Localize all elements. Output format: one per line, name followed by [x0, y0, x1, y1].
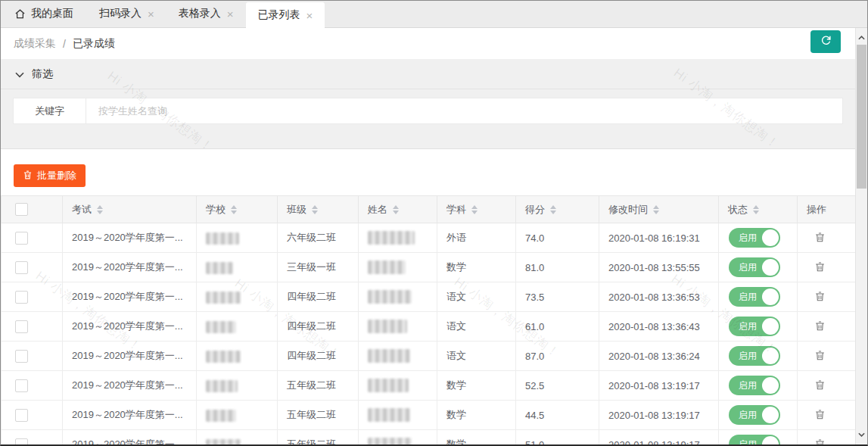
score-cell: 81.0 — [516, 253, 599, 282]
filter-title: 筛选 — [32, 67, 53, 81]
sort-carets-icon[interactable] — [393, 205, 399, 214]
tab-home[interactable]: 我的桌面 — [1, 0, 87, 27]
keyword-input[interactable] — [86, 98, 842, 123]
keyword-filter-row: 关键字 — [13, 98, 843, 124]
exam-cell: 2019～2020学年度第一... — [63, 253, 197, 282]
row-checkbox[interactable] — [15, 379, 28, 392]
column-header-status[interactable]: 状态 — [719, 196, 798, 223]
name-cell — [359, 401, 437, 430]
status-toggle[interactable]: 启用 — [729, 405, 780, 425]
column-header-label: 学科 — [446, 203, 466, 217]
table-row: 2019～2020学年度第一...四年级二班语文73.52020-01-08 1… — [2, 282, 856, 312]
sort-carets-icon[interactable] — [653, 205, 659, 214]
status-toggle-label: 启用 — [739, 409, 757, 422]
toggle-knob — [762, 318, 779, 335]
op-cell — [798, 312, 856, 342]
redacted-name-text — [368, 379, 409, 392]
redacted-name-text — [368, 438, 412, 444]
breadcrumb-parent[interactable]: 成绩采集 — [14, 37, 56, 51]
table-row: 2019～2020学年度第一...四年级二班语文61.02020-01-08 1… — [2, 312, 856, 342]
delete-row-button[interactable] — [813, 319, 827, 333]
status-toggle[interactable]: 启用 — [729, 435, 780, 444]
delete-row-button[interactable] — [813, 407, 827, 422]
delete-row-button[interactable] — [813, 260, 827, 274]
delete-row-button[interactable] — [813, 230, 827, 245]
exam-cell: 2019～2020学年度第一... — [63, 342, 197, 371]
redacted-name-text — [368, 231, 415, 245]
column-header-subject[interactable]: 学科 — [437, 196, 516, 223]
breadcrumb-separator: / — [63, 38, 66, 50]
tab-label: 表格录入 — [179, 7, 221, 20]
tab-scan-entry[interactable]: 扫码录入 × — [87, 0, 166, 27]
tab-close-icon[interactable]: × — [227, 8, 234, 20]
scrollbar-thumb[interactable] — [857, 45, 866, 189]
row-checkbox[interactable] — [15, 438, 28, 445]
delete-row-button[interactable] — [813, 378, 827, 392]
status-toggle[interactable]: 启用 — [729, 317, 780, 336]
op-cell — [798, 371, 856, 401]
row-checkbox[interactable] — [15, 409, 28, 422]
row-checkbox[interactable] — [15, 291, 28, 304]
row-checkbox[interactable] — [15, 261, 28, 274]
class-cell: 五年级二班 — [278, 430, 359, 445]
redacted-school-text — [206, 380, 238, 392]
redacted-school-text — [206, 232, 239, 245]
column-header-label: 班级 — [287, 203, 306, 217]
sort-carets-icon[interactable] — [753, 205, 759, 214]
select-all-checkbox[interactable] — [15, 203, 28, 216]
row-checkbox[interactable] — [15, 232, 28, 245]
column-header-label: 学校 — [206, 203, 226, 217]
tab-table-entry[interactable]: 表格录入 × — [166, 0, 246, 27]
keyword-label: 关键字 — [14, 98, 86, 123]
name-cell — [359, 342, 437, 371]
column-header-name[interactable]: 姓名 — [359, 196, 437, 223]
column-header-score[interactable]: 得分 — [516, 196, 599, 223]
row-checkbox[interactable] — [15, 320, 28, 333]
sort-carets-icon[interactable] — [97, 205, 103, 214]
column-header-class[interactable]: 班级 — [278, 196, 359, 223]
trash-icon — [814, 350, 826, 361]
tab-recorded-list[interactable]: 已录列表 × — [246, 2, 325, 28]
status-toggle[interactable]: 启用 — [729, 228, 780, 248]
tab-close-icon[interactable]: × — [148, 8, 154, 20]
batch-delete-label: 批量删除 — [37, 169, 76, 182]
delete-row-button[interactable] — [813, 437, 827, 444]
sort-carets-icon[interactable] — [550, 205, 556, 214]
status-toggle[interactable]: 启用 — [729, 257, 780, 277]
content-area: 批量删除 考试学校班级姓名学科得分修改时间状态操作 2019～2020学年度第一… — [1, 149, 855, 444]
check-cell — [2, 253, 63, 282]
sort-carets-icon[interactable] — [312, 205, 318, 214]
exam-cell: 2019～2020学年度第一... — [63, 312, 197, 342]
scroll-down-arrow-icon[interactable] — [856, 429, 867, 441]
toggle-knob — [762, 436, 779, 444]
status-toggle[interactable]: 启用 — [729, 346, 780, 366]
redacted-name-text — [368, 320, 407, 333]
delete-row-button[interactable] — [813, 348, 827, 363]
status-toggle[interactable]: 启用 — [729, 376, 780, 395]
column-header-modified[interactable]: 修改时间 — [599, 196, 719, 223]
status-toggle[interactable]: 启用 — [729, 287, 780, 307]
sort-carets-icon[interactable] — [471, 205, 478, 214]
trash-icon — [814, 232, 826, 243]
scroll-up-arrow-icon[interactable] — [856, 32, 867, 44]
subject-cell: 数学 — [437, 253, 516, 282]
status-toggle-label: 启用 — [739, 291, 757, 304]
status-toggle-label: 启用 — [739, 438, 757, 445]
table-row: 2019～2020学年度第一...三年级一班数学81.02020-01-08 1… — [2, 253, 856, 282]
column-header-exam[interactable]: 考试 — [63, 196, 197, 223]
tab-label: 已录列表 — [258, 8, 300, 22]
row-checkbox[interactable] — [15, 350, 28, 363]
table-row: 2019～2020学年度第一...五年级二班数学44.52020-01-08 1… — [2, 401, 856, 430]
modified-cell: 2020-01-08 13:36:43 — [599, 312, 719, 342]
status-toggle-label: 启用 — [739, 232, 757, 245]
results-table: 考试学校班级姓名学科得分修改时间状态操作 2019～2020学年度第一...六年… — [1, 195, 855, 444]
tab-close-icon[interactable]: × — [306, 10, 313, 21]
sort-carets-icon[interactable] — [231, 205, 237, 214]
refresh-button[interactable] — [810, 30, 841, 53]
delete-row-button[interactable] — [813, 289, 827, 304]
vertical-scrollbar[interactable] — [855, 28, 867, 444]
filter-collapse-header[interactable]: 筛选 — [1, 59, 855, 89]
batch-delete-button[interactable]: 批量删除 — [14, 164, 86, 187]
trash-icon — [814, 438, 826, 444]
column-header-school[interactable]: 学校 — [197, 196, 278, 223]
